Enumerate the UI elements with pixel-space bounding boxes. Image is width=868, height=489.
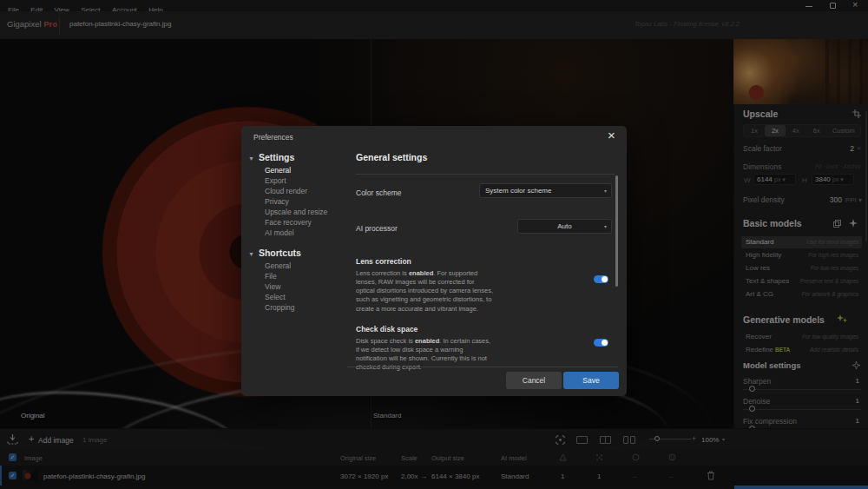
chevron-down-icon: ▼ [248,155,254,162]
nav-settings-export[interactable]: Export [265,176,286,185]
nav-shortcuts-label: Shortcuts [259,248,301,258]
dialog-scrollbar[interactable] [615,175,618,287]
cancel-button[interactable]: Cancel [506,372,562,389]
nav-shortcuts-general[interactable]: General [265,261,291,270]
lens-correction-description: Lens correction is enabled. For supporte… [356,269,493,314]
nav-shortcuts-header[interactable]: ▼Shortcuts [248,248,301,258]
ai-processor-label: AI processor [356,224,398,233]
general-settings-heading: General settings [356,152,427,162]
check-disk-space-toggle[interactable] [594,339,608,347]
nav-settings-upscale-resize[interactable]: Upscale and resize [265,208,327,216]
ai-processor-value: Auto [557,222,571,230]
chevron-down-icon: ▼ [248,251,254,257]
nav-settings-ai-model[interactable]: AI model [265,228,294,237]
nav-settings-face-recovery[interactable]: Face recovery [265,218,312,227]
nav-settings-header[interactable]: ▼Settings [248,152,294,162]
nav-shortcuts-select[interactable]: Select [265,293,286,301]
color-scheme-label: Color scheme [356,188,401,197]
nav-settings-cloud-render[interactable]: Cloud render [265,187,307,195]
save-button[interactable]: Save [563,372,619,389]
nav-settings-label: Settings [259,152,294,162]
chevron-down-icon: ▾ [604,185,607,198]
nav-settings-general[interactable]: General [265,166,291,175]
lens-correction-title: Lens correction [356,257,411,266]
nav-shortcuts-file[interactable]: File [265,272,277,281]
dialog-title: Preferences [253,133,293,142]
divider [347,367,618,367]
check-disk-space-title: Check disk space [356,325,418,334]
nav-settings-privacy[interactable]: Privacy [265,197,289,206]
gigapixel-window: File Edit View Select Account Help × Gig… [0,0,868,489]
lens-correction-toggle[interactable] [594,275,608,283]
color-scheme-value: System color scheme [485,187,551,195]
color-scheme-dropdown[interactable]: System color scheme ▾ [479,183,612,198]
nav-shortcuts-cropping[interactable]: Cropping [265,303,295,312]
ai-processor-dropdown[interactable]: Auto ▾ [517,219,612,234]
dialog-close-icon[interactable]: × [608,128,615,142]
nav-shortcuts-view[interactable]: View [265,282,280,291]
preferences-dialog: Preferences × ▼Settings General Export C… [241,126,627,396]
divider [356,174,615,175]
chevron-down-icon: ▾ [604,221,607,234]
